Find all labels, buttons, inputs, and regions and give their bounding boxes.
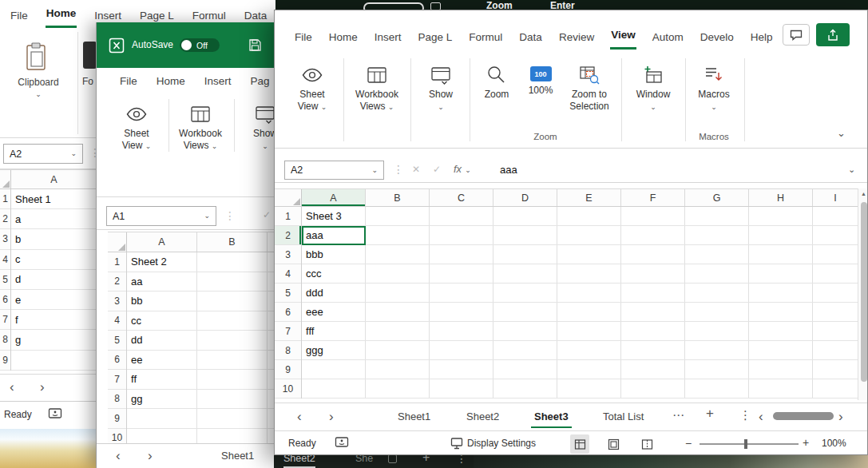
ribbon-tab-page-layout[interactable]: Pag xyxy=(250,68,271,93)
row-header[interactable]: 4 xyxy=(0,250,10,270)
zoom-button[interactable]: Zoom xyxy=(476,60,517,101)
show-button[interactable]: Show ⌄ xyxy=(418,60,463,113)
scroll-up-arrow[interactable]: ▲ xyxy=(861,191,866,196)
table-row[interactable]: Sheet 2 xyxy=(127,252,274,272)
column-header-b[interactable]: B xyxy=(366,189,430,206)
table-row[interactable]: gg xyxy=(127,390,274,410)
sheet-nav-next[interactable]: › xyxy=(329,407,334,426)
ribbon-tab-view[interactable]: View xyxy=(610,22,636,50)
row-header[interactable]: 2 xyxy=(0,209,10,229)
table-row[interactable]: cc xyxy=(127,311,274,331)
zoom-in-button[interactable]: + xyxy=(803,436,809,449)
zoom-slider-track[interactable] xyxy=(700,443,799,445)
ribbon-tab-home[interactable]: Home xyxy=(156,68,186,93)
row-header[interactable]: 8 xyxy=(275,341,301,360)
page-break-preview-button[interactable] xyxy=(637,434,656,454)
row-header[interactable]: 9 xyxy=(275,360,301,379)
sheet-nav-next[interactable]: › xyxy=(40,378,45,397)
zoom-100-button[interactable]: 100 100% xyxy=(521,60,561,97)
insert-function-button[interactable]: fx⌄ xyxy=(454,163,471,175)
sheet-options-button[interactable]: ⋮ xyxy=(739,408,751,422)
page-layout-view-button[interactable] xyxy=(604,434,623,454)
row-header[interactable]: 1 xyxy=(108,252,126,272)
table-row[interactable]: ee xyxy=(127,351,274,371)
ribbon-tab-file[interactable]: File xyxy=(10,2,29,28)
sheet-nav-prev[interactable]: ‹ xyxy=(297,407,302,426)
row-header[interactable]: 2 xyxy=(108,272,126,292)
row-header[interactable]: 8 xyxy=(108,390,126,410)
show-button[interactable]: Show ⌄ xyxy=(239,99,274,152)
name-box[interactable]: A2 ⌄ xyxy=(3,144,83,164)
table-row[interactable]: ggg xyxy=(302,341,858,360)
accessibility-icon[interactable] xyxy=(48,407,64,422)
ribbon-tab-formulas[interactable]: Formul xyxy=(468,24,503,50)
row-header[interactable]: 8 xyxy=(0,330,10,350)
ribbon-tab-data[interactable]: Data xyxy=(518,24,543,50)
sheet-view-button[interactable]: Sheet View ⌄ xyxy=(108,99,165,152)
hscroll-left-arrow[interactable]: ‹ xyxy=(759,407,763,426)
column-header-h[interactable]: H xyxy=(749,189,813,206)
table-row[interactable]: ccc xyxy=(302,264,858,284)
column-header-b[interactable]: B xyxy=(197,232,268,252)
save-icon[interactable] xyxy=(248,38,262,52)
table-row[interactable]: dd xyxy=(127,331,274,351)
column-header-d[interactable]: D xyxy=(493,189,557,206)
column-header-a[interactable]: A xyxy=(302,189,366,206)
ribbon-tab-page-layout[interactable]: Page L xyxy=(418,24,454,50)
ribbon-tab-help[interactable]: Help xyxy=(750,24,774,50)
row-header[interactable]: 4 xyxy=(275,264,301,284)
sheet-tab-sheet1[interactable]: Sheet1 xyxy=(218,450,257,466)
autosave-toggle[interactable]: Off xyxy=(180,38,220,52)
column-header-e[interactable]: E xyxy=(557,189,621,206)
scrollbar-thumb[interactable] xyxy=(861,202,867,382)
zoom-out-button[interactable]: − xyxy=(685,437,692,450)
select-all-corner[interactable] xyxy=(0,170,11,188)
row-header[interactable]: 1 xyxy=(0,189,10,209)
table-row[interactable]: bb xyxy=(127,292,274,311)
zoom-to-selection-button[interactable]: Zoom to Selection xyxy=(564,60,615,113)
ribbon-tab-automate[interactable]: Autom xyxy=(652,24,684,50)
paste-icon[interactable] xyxy=(24,42,48,72)
enter-button[interactable]: ✓ xyxy=(263,209,271,220)
column-header-i[interactable]: I xyxy=(813,189,858,206)
row-header[interactable]: 7 xyxy=(275,322,301,341)
hscroll-thumb[interactable] xyxy=(773,412,834,420)
table-row[interactable]: aa xyxy=(127,272,274,292)
chevron-down-icon[interactable]: ⌄ xyxy=(70,150,77,157)
collapse-ribbon-button[interactable]: ⌄ xyxy=(837,127,846,139)
column-header-a[interactable]: A xyxy=(11,170,97,188)
row-header[interactable]: 9 xyxy=(0,351,10,371)
table-row[interactable] xyxy=(127,409,274,429)
row-header[interactable]: 7 xyxy=(108,370,126,390)
row-header[interactable]: 5 xyxy=(108,331,126,351)
ribbon-tab-file[interactable]: File xyxy=(119,68,138,93)
table-row[interactable]: aaa xyxy=(302,226,858,245)
vertical-scrollbar[interactable]: ▲ xyxy=(858,188,868,400)
column-header-c[interactable]: C xyxy=(430,189,493,206)
cancel-button[interactable]: ✕ xyxy=(412,164,420,175)
new-sheet-button[interactable]: + xyxy=(706,406,714,422)
sheet-tab-sheet1[interactable]: Sheet1 xyxy=(394,410,434,426)
zoom-percent[interactable]: 100% xyxy=(822,438,846,449)
table-row[interactable]: fff xyxy=(302,322,858,341)
clipboard-group-label[interactable]: Clipboard xyxy=(3,77,73,88)
select-all-corner[interactable] xyxy=(108,232,127,252)
row-header[interactable]: 6 xyxy=(108,351,126,371)
row-header[interactable]: 6 xyxy=(0,290,10,310)
table-row[interactable]: ff xyxy=(127,370,274,390)
display-settings-label[interactable]: Display Settings xyxy=(467,438,536,449)
comment-button[interactable] xyxy=(783,24,810,46)
hscroll-right-arrow[interactable]: › xyxy=(838,407,843,426)
column-header-f[interactable]: F xyxy=(621,189,685,206)
sheet-nav-next[interactable]: › xyxy=(148,446,153,466)
row-header[interactable]: 6 xyxy=(275,303,301,322)
table-row[interactable] xyxy=(302,379,858,399)
name-box[interactable]: A2 ⌄ xyxy=(284,161,384,180)
more-sheets-button[interactable]: ⋯ xyxy=(672,408,684,422)
ribbon-tab-insert[interactable]: Insert xyxy=(374,24,402,50)
normal-view-button[interactable] xyxy=(570,434,589,454)
row-header[interactable]: 3 xyxy=(275,245,301,264)
name-box[interactable]: A1 ⌄ xyxy=(106,206,216,226)
ribbon-tab-home[interactable]: Home xyxy=(328,24,359,50)
sheet-tab-sheet2[interactable]: Sheet2 xyxy=(463,410,502,426)
